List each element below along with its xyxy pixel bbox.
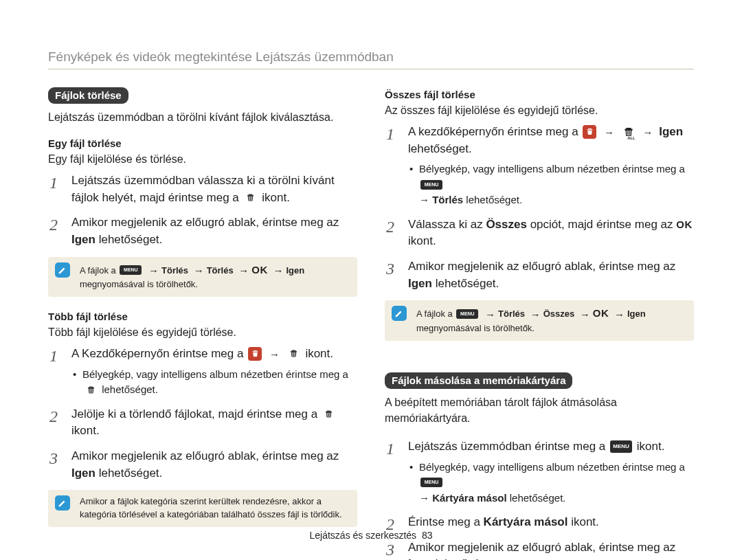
left-column: Fájlok törlése Lejátszás üzemmódban a tö…: [48, 87, 357, 560]
section-pill-delete: Fájlok törlése: [48, 87, 128, 104]
divider: [48, 69, 694, 69]
sub-bullet: Bélyegkép, vagy intelligens album nézetb…: [71, 367, 357, 398]
trash-icon: [244, 190, 258, 204]
sub-bullet: Bélyegkép, vagy intelligens album nézetb…: [408, 460, 694, 506]
subdesc-all-delete: Az összes fájl kijelölése és egyidejű tö…: [385, 104, 694, 117]
subdesc-single-delete: Egy fájl kijelölése és törlése.: [48, 153, 357, 166]
menu-icon: MENU: [456, 309, 478, 319]
menu-icon: MENU: [420, 478, 442, 487]
menu-icon: MENU: [420, 180, 442, 190]
subhead-multi-delete: Több fájl törlése: [48, 311, 357, 322]
delete-lead: Lejátszás üzemmódban a törölni kívánt fá…: [48, 109, 357, 125]
trash-icon: [248, 347, 262, 361]
breadcrumb: Fényképek és videók megtekintése Lejátsz…: [48, 49, 694, 65]
trash-multi-icon: [287, 347, 301, 361]
note-icon: [55, 262, 70, 278]
step-item: Válassza ki az Összes opciót, majd érint…: [385, 216, 694, 250]
sub-bullet: Bélyegkép, vagy intelligens album nézetb…: [408, 161, 694, 208]
note-text: A fájlok a MENU →Törlés →Összes →OK →Ige…: [416, 306, 687, 335]
note-box: Amikor a fájlok kategória szerint került…: [48, 490, 357, 527]
note-icon: [55, 495, 70, 511]
step-item: Jelölje ki a törlendő fájlokat, majd éri…: [48, 406, 357, 440]
copy-lead: A beépített memóriában tárolt fájlok átm…: [385, 394, 694, 426]
page-footer: Lejátszás és szerkesztés 83: [0, 530, 742, 541]
step-item: Érintse meg a Kártyára másol ikont.: [385, 514, 694, 531]
section-pill-copy: Fájlok másolása a memóriakártyára: [385, 372, 572, 389]
note-text: Amikor a fájlok kategória szerint került…: [80, 495, 350, 522]
note-icon: [392, 306, 407, 321]
step-item: A kezdőképernyőn érintse meg a → ALL → I…: [385, 124, 694, 208]
subhead-single-delete: Egy fájl törlése: [48, 137, 357, 149]
trash-multi-icon: [322, 407, 336, 421]
menu-icon: MENU: [610, 440, 632, 453]
step-item: Lejátszás üzemmódban válassza ki a töröl…: [48, 172, 357, 206]
subhead-all-delete: Összes fájl törlése: [385, 89, 694, 100]
note-box: A fájlok a MENU →Törlés →Összes →OK →Ige…: [385, 300, 694, 340]
note-text: A fájlok a MENU →Törlés →Törlés →OK →Ige…: [80, 262, 350, 291]
right-column: Összes fájl törlése Az összes fájl kijel…: [385, 87, 694, 560]
trash-icon: [84, 383, 98, 396]
step-item: Lejátszás üzemmódban érintse meg a MENU …: [385, 438, 694, 506]
step-item: Amikor megjelenik az előugró ablak, érin…: [48, 448, 357, 482]
step-item: Amikor megjelenik az előugró ablak, érin…: [48, 214, 357, 248]
note-box: A fájlok a MENU →Törlés →Törlés →OK →Ige…: [48, 257, 357, 297]
ok-label: OK: [676, 219, 693, 230]
step-item: Amikor megjelenik az előugró ablak, érin…: [385, 258, 694, 292]
trash-all-icon: ALL: [622, 125, 636, 139]
step-item: A Kezdőképernyőn érintse meg a → ikont. …: [48, 346, 357, 398]
trash-icon: [583, 125, 596, 139]
step-item: Amikor megjelenik az előugró ablak, érin…: [385, 539, 694, 560]
subdesc-multi-delete: Több fájl kijelölése és egyidejű törlése…: [48, 326, 357, 339]
menu-icon: MENU: [120, 265, 142, 275]
